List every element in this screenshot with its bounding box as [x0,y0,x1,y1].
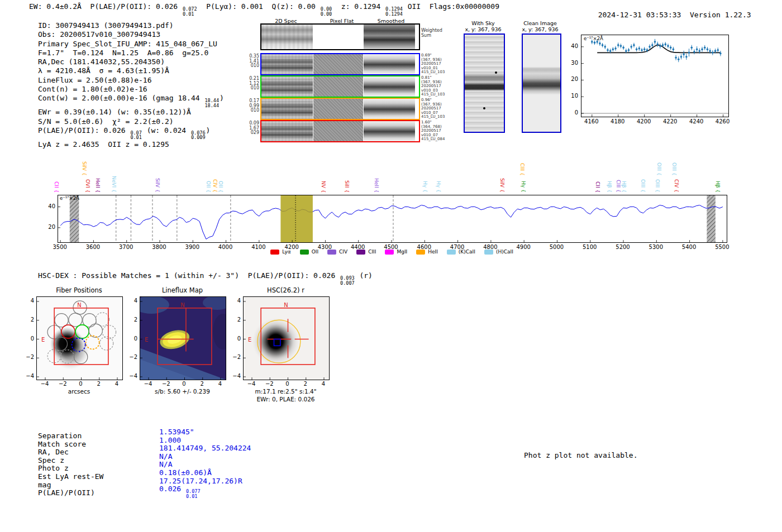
text-segment: LineFlux = 2.50(±0.88)e-16 [38,76,152,84]
svg-text:E: E [145,337,148,343]
row-smoothed-image [364,121,415,141]
line-fit-plot [581,35,729,117]
hsc-xlabel-1: m:17.1 re:2.5" s:1.4" [243,388,328,395]
panel-x-tick-label: 4 [317,381,330,387]
weighted-sum-row [260,23,420,50]
emission-line-label: OIII { [655,179,660,193]
match-row-value: 181.414749, 55.204224 [159,444,251,452]
match-row-label: mag [38,481,51,489]
panel-y-tick-label: 4 [127,298,137,304]
emission-line-label: CIII { [616,180,621,193]
elixer-report-page: { "header": { "left_segments": [ {"t":"E… [0,0,782,532]
info-line: ID: 3007949413 (3007949413.pdf) [38,21,224,30]
with-sky-pixels [465,35,504,132]
emission-line-label: CIII { [519,163,525,176]
weighted-smoothed-image [364,25,415,49]
emission-line-label: SiIV { [82,161,87,176]
fiber-circle-dashed [100,337,113,350]
legend-label: (K)CaII [459,249,475,255]
fit-x-tick-label: 4200 [635,118,654,124]
sup-sub-value: 0.0720.01 [183,7,197,16]
legend-label: OII [312,249,318,255]
text-segment: N/A [159,460,172,468]
panel-y-tick-label: −2 [127,354,137,360]
report-version: Version 1.22.3 [690,11,751,19]
fiber-xlabel: arcsecs [36,388,122,395]
panel-x-tick-label: 2 [299,381,312,387]
fiber-row-images [260,120,420,142]
match-row-value: 17.25(17.24,17.26)R [159,477,242,485]
text-segment: LyA z = 2.4635 OII z = 0.1295 [38,140,169,148]
text-segment: N/A [159,452,172,461]
emission-line-label: CIV { [674,179,679,193]
text-segment: EWr = 0.39(±0.14) (w: 0.35(±0.12))Å [38,108,191,116]
right-label-line: 415_LU_103 [421,93,447,97]
emission-line-label: CII { [54,181,59,193]
svg-text:N: N [284,302,288,308]
fiber-row-images [260,53,420,75]
panel-x-tick-label: −2 [159,381,173,387]
legend-swatch [385,250,394,255]
emission-line-label: HeII { [374,178,379,193]
text-segment: ) [206,126,211,135]
fit-y-tick-label: 0 [560,109,578,116]
match-row-label: RA, Dec [38,448,69,456]
fiber-circle-solid [69,313,82,327]
text-segment: Cont(w) = 2.00(±0.00)e-16 (gmag 18.44 [38,94,204,102]
panel-x-tick-label: 2 [196,381,209,387]
legend-label: CIV [339,249,347,255]
text-segment: λ = 4210.48Å σ = 4.63(±1.95)Å [38,66,169,75]
emission-line-label: SiII { [344,180,350,193]
emission-line-label: CIV { [212,179,218,193]
text-segment: EW: 0.4±0.2Å P(LAE)/P(OII): 0.026 [29,2,182,11]
match-row-value: 0.026 0.0770.01 [159,485,201,499]
left-label-line: 010 [246,64,259,69]
emission-line-label: OII { [218,181,223,193]
emission-line-label: Hγ { [521,181,526,193]
fiber-row-images [260,75,420,98]
text-segment: Primary Spec_Slot_IFU_AMP: 415_048_067_L… [38,40,217,48]
text-segment: 1.53945" [159,428,194,436]
info-line: Cont(n) = 1.80(±0.02)e-16 [38,85,224,94]
legend-item: HeII [416,249,438,255]
hsc-r-canvas: NE [244,297,329,380]
fit-x-tick-label: 4160 [582,118,601,124]
row-smoothed-image [364,99,415,119]
spectrum-y-tick-label: 40 [44,203,55,209]
line-fit-plot-canvas [581,35,728,117]
emission-line-label: OIII { [671,162,677,176]
photz-note: Phot z plot not available. [524,451,638,459]
emission-line-label: SiIV { [155,178,160,193]
summary-header-line: EW: 0.4±0.2Å P(LAE)/P(OII): 0.026 0.0720… [29,2,499,16]
weighted-2dspec-image [261,25,313,49]
clean-image-title: Clean Image x, y: 367, 936 [520,20,560,32]
row-2dspec-image [261,121,313,141]
match-row-value: 0.18(±0.06)Å [159,468,212,477]
cosmic-ray-dot [483,107,485,109]
text-segment: ) [220,94,224,102]
fit-x-tick-label: 4180 [608,118,627,124]
fiber-positions-panel: NE [36,296,123,380]
row-smoothed-image [364,76,415,97]
panel-y-tick-label: −2 [231,354,241,360]
fiber-row-left-label: 0.351.41010 [246,54,259,69]
fiber-positions-title: Fiber Positions [36,286,122,294]
info-line: λ = 4210.48Å σ = 4.63(±1.95)Å [38,66,224,75]
info-line: P(LAE)/P(OII): 0.026 0.070.01 (w: 0.024 … [38,126,224,140]
text-segment: RA,Dec (181.414032,55.204350) [38,57,165,66]
panel-y-tick-label: 4 [24,298,34,304]
spacer [681,11,690,19]
emission-line-label: Hβ { [607,181,612,193]
info-line: Primary Spec_Slot_IFU_AMP: 415_048_067_L… [38,40,224,49]
weighted-sum-label: Weighted Sum [421,28,447,38]
fiber-row-right-label: 0.96"(367, 936)20200517v010_07415_LU_103 [421,98,447,119]
legend-item: OII [300,249,318,255]
fit-x-tick-label: 4240 [687,118,706,124]
lineflux-map-panel: NE [140,296,226,380]
panel-x-tick-label: −4 [38,381,51,387]
panel-x-tick-label: 4 [110,381,123,387]
emission-line-label: OIII { [640,179,646,193]
info-line: LineFlux = 2.50(±0.88)e-16 [38,76,224,85]
emission-line-label: OIII { [656,162,662,176]
match-row-value: N/A [159,452,172,461]
